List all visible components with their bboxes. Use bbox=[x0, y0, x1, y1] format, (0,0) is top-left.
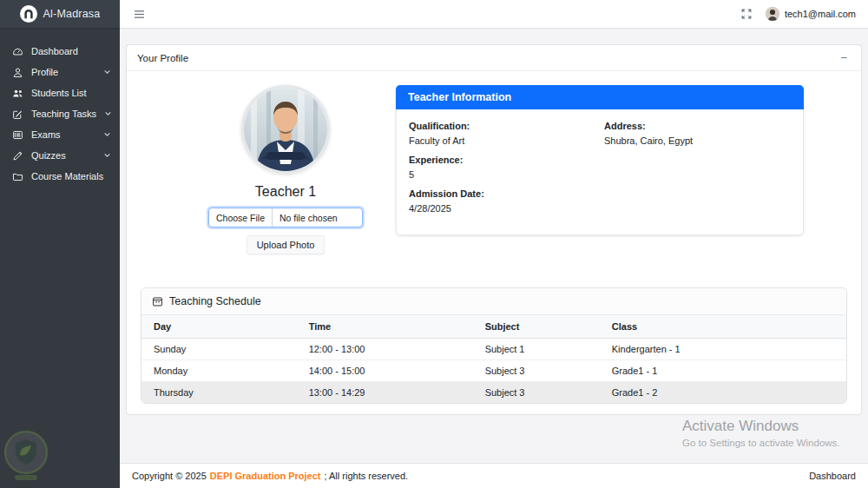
teacher-information-card: Teacher Information Qualification: Facul… bbox=[396, 85, 804, 235]
topbar: tech1@mail.com bbox=[120, 0, 868, 29]
teaching-schedule-title: Teaching Schedule bbox=[169, 295, 261, 307]
field-value: Faculty of Art bbox=[409, 135, 595, 146]
cell-time: 14:00 - 15:00 bbox=[297, 360, 473, 382]
teacher-information-title: Teacher Information bbox=[396, 85, 804, 109]
sidebar-item-label: Teaching Tasks bbox=[31, 109, 96, 119]
table-row[interactable]: Thursday 13:00 - 14:29 Subject 3 Grade1 … bbox=[141, 382, 846, 404]
teacher-name: Teacher 1 bbox=[255, 184, 316, 200]
sidebar-item-quizzes[interactable]: Quizzes bbox=[0, 145, 120, 166]
sidebar: Al-Madrasa Dashboard Profile bbox=[0, 0, 120, 488]
sidebar-item-dashboard[interactable]: Dashboard bbox=[0, 41, 120, 62]
cell-class: Grade1 - 1 bbox=[600, 360, 846, 382]
chevron-down-icon bbox=[104, 109, 112, 119]
sidebar-item-label: Students List bbox=[31, 88, 111, 98]
cell-subject: Subject 3 bbox=[473, 360, 600, 382]
table-row[interactable]: Monday 14:00 - 15:00 Subject 3 Grade1 - … bbox=[141, 360, 846, 382]
sidebar-item-course-materials[interactable]: Course Materials bbox=[0, 166, 120, 187]
fullscreen-icon bbox=[741, 9, 752, 19]
sidebar-item-label: Quizzes bbox=[31, 150, 95, 161]
field-label: Experience: bbox=[409, 155, 595, 165]
windows-activation-watermark: Activate Windows Go to Settings to activ… bbox=[682, 418, 840, 448]
footer: Copyright © 2025 DEPI Graduation Project… bbox=[120, 463, 868, 488]
calendar-icon bbox=[152, 296, 163, 307]
photo-file-input[interactable]: Choose File No file chosen bbox=[208, 208, 363, 228]
cell-day: Thursday bbox=[141, 382, 297, 404]
sidebar-item-profile[interactable]: Profile bbox=[0, 62, 120, 82]
sidebar-item-exams[interactable]: Exams bbox=[0, 124, 120, 145]
choose-file-button[interactable]: Choose File bbox=[209, 208, 273, 227]
your-profile-card: Your Profile − bbox=[126, 44, 862, 415]
person-icon bbox=[12, 67, 23, 78]
field-label: Address: bbox=[604, 121, 791, 131]
sidebar-item-teaching-tasks[interactable]: Teaching Tasks bbox=[0, 103, 120, 124]
sidebar-item-label: Profile bbox=[31, 67, 95, 77]
field-value: 4/28/2025 bbox=[409, 203, 595, 214]
info-field: Qualification: Faculty of Art bbox=[409, 121, 595, 146]
column-header-day: Day bbox=[141, 315, 297, 339]
brand-logo-icon bbox=[20, 5, 37, 23]
page-title: Your Profile bbox=[137, 53, 188, 63]
project-link[interactable]: DEPI Graduation Project bbox=[210, 471, 321, 481]
card-list-icon bbox=[12, 129, 23, 141]
cell-class: Grade1 - 2 bbox=[600, 382, 846, 404]
chevron-down-icon bbox=[103, 150, 111, 161]
teacher-photo-section: Teacher 1 Choose File No file chosen Upl… bbox=[141, 85, 396, 254]
footer-version-label: Dashboard bbox=[809, 471, 856, 481]
column-header-subject: Subject bbox=[473, 315, 600, 339]
teacher-photo bbox=[241, 85, 330, 174]
upload-photo-button[interactable]: Upload Photo bbox=[247, 235, 326, 254]
user-email: tech1@mail.com bbox=[785, 9, 856, 19]
cell-subject: Subject 3 bbox=[473, 382, 600, 404]
fullscreen-button[interactable] bbox=[740, 7, 753, 21]
table-row[interactable]: Sunday 12:00 - 13:00 Subject 1 Kindergar… bbox=[141, 339, 846, 360]
sidebar-toggle-button[interactable] bbox=[132, 8, 147, 21]
cell-day: Sunday bbox=[141, 339, 297, 360]
sidebar-item-students-list[interactable]: Students List bbox=[0, 82, 120, 103]
rights-text: ; All rights reserved. bbox=[325, 471, 409, 481]
user-avatar bbox=[766, 7, 779, 21]
sidebar-item-label: Dashboard bbox=[31, 46, 111, 56]
pencil-icon bbox=[12, 150, 23, 162]
sidebar-nav: Dashboard Profile Students List bbox=[0, 29, 120, 187]
hamburger-icon bbox=[134, 10, 145, 19]
file-chosen-status: No file chosen bbox=[273, 213, 345, 223]
copyright-text: Copyright © 2025 bbox=[132, 471, 207, 481]
recorder-logo-watermark bbox=[1, 429, 51, 486]
sidebar-item-label: Course Materials bbox=[31, 171, 111, 181]
cell-day: Monday bbox=[141, 360, 297, 382]
field-value: 5 bbox=[409, 169, 595, 180]
collapse-card-button[interactable]: − bbox=[837, 52, 851, 63]
info-right-column: Address: Shubra, Cairo, Egypt bbox=[604, 121, 791, 222]
info-left-column: Qualification: Faculty of Art Experience… bbox=[409, 121, 595, 222]
info-field: Address: Shubra, Cairo, Egypt bbox=[604, 121, 791, 146]
cell-time: 12:00 - 13:00 bbox=[297, 339, 473, 360]
watermark-subtitle: Go to Settings to activate Windows. bbox=[682, 438, 840, 448]
field-label: Qualification: bbox=[409, 121, 595, 131]
content-area: Your Profile − bbox=[120, 29, 868, 463]
your-profile-card-header: Your Profile − bbox=[127, 45, 861, 71]
teaching-schedule-header: Teaching Schedule bbox=[141, 288, 846, 315]
your-profile-card-body: Teacher 1 Choose File No file chosen Upl… bbox=[127, 71, 861, 414]
chevron-down-icon bbox=[103, 129, 111, 140]
info-field: Experience: 5 bbox=[409, 155, 595, 180]
chevron-down-icon bbox=[103, 67, 111, 77]
brand-name: Al-Madrasa bbox=[43, 8, 101, 20]
teacher-info-section: Teacher Information Qualification: Facul… bbox=[396, 85, 804, 235]
column-header-class: Class bbox=[600, 315, 846, 339]
teaching-schedule-card: Teaching Schedule Day Time Subject Class bbox=[141, 287, 847, 404]
table-header-row: Day Time Subject Class bbox=[141, 315, 846, 339]
user-menu[interactable]: tech1@mail.com bbox=[766, 7, 856, 21]
cell-class: Kindergarten - 1 bbox=[600, 339, 846, 360]
pencil-square-icon bbox=[12, 109, 23, 120]
column-header-time: Time bbox=[297, 315, 473, 339]
people-icon bbox=[12, 88, 23, 99]
sidebar-item-label: Exams bbox=[31, 129, 95, 140]
field-label: Admission Date: bbox=[409, 188, 595, 199]
main-area: tech1@mail.com Your Profile − bbox=[120, 0, 868, 488]
cell-subject: Subject 1 bbox=[473, 339, 600, 360]
watermark-title: Activate Windows bbox=[682, 418, 840, 435]
brand-link[interactable]: Al-Madrasa bbox=[0, 0, 120, 29]
dashboard-icon bbox=[12, 46, 23, 57]
cell-time: 13:00 - 14:29 bbox=[297, 382, 473, 404]
teaching-schedule-table: Day Time Subject Class Sunday 12:00 - 13… bbox=[141, 315, 846, 403]
